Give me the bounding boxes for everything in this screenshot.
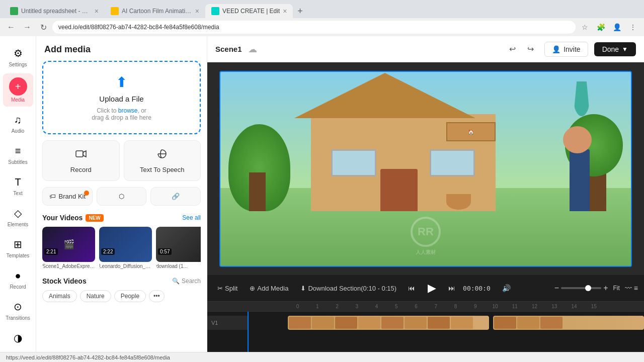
tab-close-1[interactable]: × bbox=[95, 7, 99, 15]
video-thumb-1[interactable]: 🎬 2:21 Scene1_AdobeExpres... bbox=[42, 227, 95, 269]
house-sign: 🏠 bbox=[446, 122, 496, 142]
video-label-1: Scene1_AdobeExpres... bbox=[42, 263, 95, 269]
extensions-icon[interactable]: 🧩 bbox=[594, 20, 608, 34]
tab-label-3: VEED CREATE | Edit bbox=[222, 8, 280, 15]
basket bbox=[446, 194, 471, 210]
split-button[interactable]: ✂ Split bbox=[213, 283, 242, 294]
upload-sub-3: drag & drop a file here bbox=[92, 114, 151, 121]
timeline: 0 1 2 3 4 5 6 7 8 9 10 11 12 13 14 15 bbox=[207, 302, 644, 352]
volume-button[interactable]: 🔊 bbox=[502, 284, 511, 292]
forward-button[interactable]: → bbox=[20, 20, 34, 34]
status-url: https://veed.io/edit/88f08276-ab74-4282-… bbox=[6, 354, 170, 360]
fast-forward-button[interactable]: ⏭ bbox=[445, 281, 459, 295]
sidebar-item-subtitles[interactable]: ≡ Subtitles bbox=[3, 140, 33, 169]
ruler-13: 13 bbox=[544, 304, 564, 309]
browser-tab-3[interactable]: VEED CREATE | Edit × bbox=[205, 4, 293, 18]
link-button[interactable]: 🔗 bbox=[150, 187, 201, 206]
profile-icon[interactable]: 👤 bbox=[610, 20, 624, 34]
zoom-slider[interactable] bbox=[561, 287, 601, 289]
action-buttons: Record Text To Speech bbox=[42, 140, 201, 181]
bottom-bar: ✂ Split ⊕ Add Media ⬇ Download Section(0… bbox=[207, 275, 644, 352]
video-thumb-3[interactable]: 0:57 download (1... bbox=[156, 227, 201, 269]
ruler-4: 4 bbox=[367, 304, 386, 309]
sidebar-item-transitions[interactable]: ⊙ Transitions bbox=[3, 296, 33, 325]
sidebar-item-audio[interactable]: ♫ Audio bbox=[3, 109, 33, 138]
status-bar: https://veed.io/edit/88f08276-ab74-4282-… bbox=[0, 352, 644, 362]
sidebar-label-record: Record bbox=[10, 284, 26, 290]
track-label-1: V1 bbox=[207, 316, 248, 330]
upload-title: Upload a File bbox=[99, 95, 143, 103]
record-button-icon bbox=[75, 148, 87, 163]
invite-button[interactable]: 👤 Invite bbox=[544, 42, 588, 57]
download-section-button[interactable]: ⬇ Download Section(0:10 - 0:15) bbox=[296, 283, 400, 294]
clip-frame-6 bbox=[405, 317, 427, 329]
menu-icon[interactable]: ⋮ bbox=[626, 20, 640, 34]
track-row-1: V1 bbox=[207, 314, 644, 332]
sidebar-label-subtitles: Subtitles bbox=[8, 159, 27, 165]
back-button[interactable]: ← bbox=[4, 20, 18, 34]
secondary-clip[interactable] bbox=[493, 316, 644, 330]
see-all-link[interactable]: See all bbox=[182, 214, 201, 221]
reload-button[interactable]: ↻ bbox=[36, 20, 50, 34]
invite-label: Invite bbox=[564, 45, 580, 53]
sidebar-item-elements[interactable]: ◇ Elements bbox=[3, 202, 33, 231]
tts-button[interactable]: Text To Speech bbox=[124, 140, 201, 181]
browse-link[interactable]: browse bbox=[118, 107, 138, 114]
download-icon: ⬇ bbox=[300, 285, 306, 292]
tab-close-2[interactable]: × bbox=[195, 7, 199, 15]
elements-icon: ◇ bbox=[11, 206, 25, 220]
tts-button-icon bbox=[156, 148, 168, 163]
sidebar-item-templates[interactable]: ⊞ Templates bbox=[3, 233, 33, 262]
waveform-button[interactable]: 〰 bbox=[625, 284, 632, 292]
playhead[interactable] bbox=[248, 312, 249, 352]
address-bar[interactable]: veed.io/edit/88f08276-ab74-4282-bc84-fe8… bbox=[52, 21, 576, 34]
house-door bbox=[380, 169, 417, 212]
panel-title: Add media bbox=[36, 36, 207, 61]
sidebar-item-text[interactable]: T Text bbox=[3, 171, 33, 200]
settings-icon: ⚙ bbox=[11, 46, 25, 60]
split-icon: ✂ bbox=[217, 285, 223, 292]
stock-search[interactable]: 🔍 Search bbox=[172, 278, 201, 285]
upload-zone[interactable]: ⬆ Upload a File Click to browse, or drag… bbox=[42, 61, 201, 134]
sidebar-item-record[interactable]: ● Record bbox=[3, 264, 33, 294]
videos-title: Your Videos NEW bbox=[42, 214, 104, 222]
brand-kit-button[interactable]: 🏷 Brand Kit bbox=[42, 187, 93, 206]
stock-tag-animals[interactable]: Animals bbox=[42, 290, 77, 302]
thumb-1-img: 🎬 bbox=[42, 227, 95, 262]
ruler-7: 7 bbox=[426, 304, 446, 309]
sidebar-item-media[interactable]: + Media bbox=[3, 73, 33, 107]
zoom-in-button[interactable]: + bbox=[603, 284, 608, 293]
templates-icon: ⊞ bbox=[11, 237, 25, 251]
stock-tag-nature[interactable]: Nature bbox=[80, 290, 111, 302]
undo-redo-controls: ↩ ↪ bbox=[504, 41, 538, 57]
sidebar-item-settings[interactable]: ⚙ Settings bbox=[3, 42, 33, 71]
browser-tab-2[interactable]: AI Cartoon Film Animation - G... × bbox=[105, 4, 205, 18]
canvas-scene: 🏠 RR 人人素材 bbox=[220, 72, 631, 266]
undo-button[interactable]: ↩ bbox=[504, 41, 520, 57]
zoom-out-button[interactable]: − bbox=[554, 284, 559, 293]
time-display: 00:00:0 bbox=[463, 285, 498, 292]
done-button[interactable]: Done ▼ bbox=[594, 42, 636, 56]
redo-button[interactable]: ↪ bbox=[522, 41, 538, 57]
stock-tag-people[interactable]: People bbox=[114, 290, 146, 302]
play-button[interactable]: ▶ bbox=[423, 279, 441, 297]
settings-timeline-button[interactable]: ≡ bbox=[634, 284, 638, 292]
download-label: Download Section(0:10 - 0:15) bbox=[308, 285, 396, 292]
video-duration-3: 0:57 bbox=[158, 248, 172, 255]
main-clip[interactable] bbox=[288, 316, 489, 330]
video-thumb-2[interactable]: 2:22 Leonardo_Diffusion_c... bbox=[99, 227, 152, 269]
sidebar: ⚙ Settings + Media ♫ Audio ≡ Subtitles T… bbox=[0, 36, 36, 352]
add-media-button[interactable]: ⊕ Add Media bbox=[246, 283, 292, 294]
ruler-2: 2 bbox=[328, 304, 347, 309]
rewind-button[interactable]: ⏮ bbox=[405, 281, 419, 295]
fit-button[interactable]: Fit bbox=[610, 284, 622, 293]
browser-tab-1[interactable]: Untitled spreadsheet - Googl... × bbox=[4, 4, 105, 18]
stock-tags: Animals Nature People ••• bbox=[42, 290, 201, 302]
stock-tag-more[interactable]: ••• bbox=[149, 290, 165, 302]
new-tab-button[interactable]: + bbox=[293, 4, 307, 18]
dropbox-button[interactable]: ⬡ bbox=[97, 187, 147, 206]
sidebar-item-color[interactable]: ◑ bbox=[3, 327, 33, 349]
record-button[interactable]: Record bbox=[42, 140, 120, 181]
bookmark-icon[interactable]: ☆ bbox=[578, 20, 592, 34]
tab-close-3[interactable]: × bbox=[283, 7, 287, 15]
